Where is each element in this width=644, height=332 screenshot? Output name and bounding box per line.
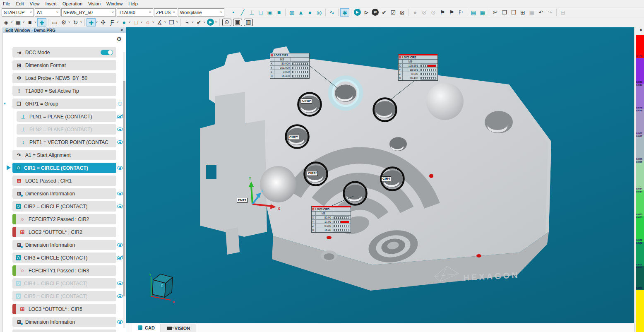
menu-item-file[interactable]: File bbox=[0, 0, 13, 7]
command-item[interactable]: ⊞Dimension Information bbox=[12, 240, 116, 250]
edit-window-header[interactable]: Edit Window - Demo.PRG ✕ bbox=[3, 27, 126, 33]
chevron-down-icon[interactable]: ˅ bbox=[56, 10, 58, 14]
slot-feature-icon[interactable]: ▣ bbox=[265, 8, 274, 17]
hole-plain[interactable] bbox=[389, 137, 407, 151]
execute-mini-icon[interactable]: ▶ bbox=[207, 19, 214, 26]
tab-vision[interactable]: VISION bbox=[161, 324, 196, 332]
dimension-table-loc2[interactable]: ⊞LOC2 CIR2MSX108.991Y88.991Z0.000D16.400 bbox=[398, 54, 438, 81]
circle-tool-icon[interactable]: ○ bbox=[143, 18, 152, 26]
plane-feature-icon[interactable]: ⊥ bbox=[247, 8, 256, 17]
copy-pattern-icon[interactable]: ❐ bbox=[167, 18, 176, 26]
dropdown-caret-icon[interactable]: ˅ bbox=[68, 20, 70, 24]
program-select[interactable]: STARTUP˅ bbox=[2, 8, 34, 17]
eye-icon[interactable] bbox=[117, 319, 123, 325]
gear-icon[interactable]: ⚙ bbox=[116, 36, 122, 42]
paste-icon[interactable]: ❒ bbox=[509, 8, 518, 17]
chevron-down-icon[interactable]: ˅ bbox=[30, 10, 32, 14]
dimension-table-loc3[interactable]: ⊞LOC3 CIR5MSX80.00Y17.00Z0.000D16.40 bbox=[311, 206, 351, 233]
command-item[interactable]: CIR4 = CIRCLE (CONTACT) bbox=[12, 278, 116, 289]
command-item[interactable]: ⊞Dimension Information bbox=[12, 317, 116, 327]
bookmark-icon[interactable]: ⚑ bbox=[438, 8, 447, 17]
menu-item-help[interactable]: Help bbox=[125, 0, 141, 7]
menu-item-view[interactable]: View bbox=[27, 0, 43, 7]
rotate-view-icon[interactable]: ↻ bbox=[71, 18, 80, 26]
menu-item-edit[interactable]: Edit bbox=[13, 0, 27, 7]
path-lines-icon[interactable]: ⌁ bbox=[183, 18, 192, 26]
undo-icon[interactable]: ↶ bbox=[536, 8, 545, 17]
bookmark-remove-icon[interactable]: ⚐ bbox=[456, 8, 465, 17]
cone-feature-icon[interactable]: ▲ bbox=[296, 8, 305, 17]
close-icon[interactable]: ✕ bbox=[120, 28, 123, 32]
circle-feature-icon[interactable]: □ bbox=[256, 8, 265, 17]
probe-readout-icon[interactable]: ▣ bbox=[233, 19, 242, 26]
chevron-down-icon[interactable]: ˅ bbox=[112, 10, 114, 14]
close-icon[interactable]: ✕ bbox=[639, 28, 642, 32]
goto-icon[interactable]: ⊙ bbox=[429, 8, 438, 17]
print-icon[interactable]: ⊟ bbox=[558, 8, 567, 17]
dropdown-caret-icon[interactable]: ˅ bbox=[34, 20, 36, 24]
curve-feature-icon[interactable]: ∿ bbox=[327, 8, 336, 17]
view-axis-select[interactable]: ZPLUS˅ bbox=[154, 8, 177, 17]
command-item[interactable]: CIR2 = CIRCLE (CONTACT) bbox=[12, 201, 116, 212]
eye-icon[interactable] bbox=[117, 242, 123, 248]
dropdown-caret-icon[interactable]: ˅ bbox=[11, 20, 13, 24]
feature-gray-icon[interactable]: ● bbox=[411, 8, 420, 17]
dropdown-caret-icon[interactable]: ˅ bbox=[117, 20, 119, 24]
command-item[interactable]: ⊥PLN2 = PLANE (CONTACT) bbox=[17, 124, 116, 135]
feature-label-cir6[interactable]: CIR6* bbox=[307, 171, 318, 176]
menu-item-vision[interactable]: Vision bbox=[85, 0, 103, 7]
command-item[interactable]: CIR5 = CIRCLE (CONTACT) bbox=[12, 291, 116, 301]
auto-feature-icon[interactable]: ✱ bbox=[340, 8, 349, 17]
command-item[interactable]: ⊞Dimension Format bbox=[12, 60, 116, 70]
command-item[interactable]: !T1A0B0 = Set Active Tip bbox=[12, 86, 116, 96]
menu-item-operation[interactable]: Operation bbox=[60, 0, 85, 7]
report-list-icon[interactable]: ▤ bbox=[469, 8, 478, 17]
copy-icon[interactable]: ❐ bbox=[500, 8, 509, 17]
eye-icon[interactable] bbox=[117, 294, 123, 299]
eye-icon[interactable] bbox=[117, 191, 123, 196]
command-item[interactable]: ○FCFCIRTY2 Passed : CIR2 bbox=[16, 214, 116, 224]
chevron-down-icon[interactable]: ˅ bbox=[173, 10, 175, 14]
dropdown-caret-icon[interactable]: ˅ bbox=[176, 20, 178, 24]
command-item[interactable]: ○FCFCIRTY1 Passed : CIR3 bbox=[16, 265, 116, 276]
square-feature-icon[interactable]: ■ bbox=[274, 8, 284, 17]
circle-visibility-icon[interactable] bbox=[117, 101, 123, 106]
alignment-select[interactable]: A1˅ bbox=[35, 8, 60, 17]
command-item[interactable]: ❒GRP1 = Group bbox=[12, 99, 116, 109]
feature-set-icon[interactable]: Ƒ bbox=[108, 18, 117, 26]
feature-disabled-icon[interactable]: ⊘ bbox=[420, 8, 429, 17]
hole-top-right[interactable] bbox=[373, 98, 396, 121]
sphere-tool-icon[interactable]: ● bbox=[120, 18, 129, 26]
command-item[interactable]: ⇥DCC Mode bbox=[12, 47, 116, 58]
hole-cir8[interactable] bbox=[298, 93, 321, 115]
cylinder-feature-icon[interactable]: ◍ bbox=[287, 8, 296, 17]
command-item[interactable]: CIR1 = CIRCLE (CONTACT) bbox=[12, 163, 116, 173]
graph-icon[interactable]: ∡ bbox=[155, 18, 164, 26]
eye-slash-icon[interactable] bbox=[117, 114, 123, 119]
scrollbar-thumb[interactable] bbox=[123, 81, 125, 296]
tip-select[interactable]: T1A0B0˅ bbox=[117, 8, 153, 17]
hole-cir5[interactable] bbox=[344, 182, 366, 204]
execute-icon[interactable]: ▶ bbox=[354, 9, 361, 16]
cad-viewport[interactable]: HEXAGON Y X bbox=[126, 27, 634, 323]
feature-label-cir7[interactable]: CIR7* bbox=[288, 135, 299, 140]
command-item[interactable]: ⊞LOC1 Passed : CIR1 bbox=[12, 176, 116, 186]
command-item[interactable]: ΦLoad Probe - NEW5_BY_50 bbox=[12, 73, 116, 83]
mark-icon[interactable]: ✔ bbox=[380, 8, 389, 17]
command-item[interactable]: CIR3 = CIRCLE (CONTACT) bbox=[12, 253, 116, 263]
comment-icon[interactable]: ▭ bbox=[50, 18, 59, 26]
eye-icon[interactable] bbox=[117, 281, 123, 286]
loop-icon[interactable]: ⇄ bbox=[372, 9, 379, 16]
solid-view-icon[interactable]: ■ bbox=[25, 18, 34, 26]
eye-slash-icon[interactable] bbox=[117, 255, 123, 260]
command-item[interactable]: ↷A1 = Start Alignment bbox=[12, 150, 116, 160]
paste-special-icon[interactable]: ⊞ bbox=[518, 8, 527, 17]
line-feature-icon[interactable]: ╱ bbox=[238, 8, 247, 17]
wireframe-view-icon[interactable]: ▦ bbox=[14, 18, 23, 26]
command-item[interactable]: CIR6 = CIRCLE (CONTACT) bbox=[12, 330, 116, 332]
dropdown-caret-icon[interactable]: ˅ bbox=[140, 20, 142, 24]
analysis-window-icon[interactable]: ▥ bbox=[244, 19, 253, 26]
dropdown-caret-icon[interactable]: ˅ bbox=[80, 20, 82, 24]
clear-marks-icon[interactable]: ⊠ bbox=[398, 8, 407, 17]
feature-label-cir4[interactable]: CIR4 bbox=[381, 176, 391, 181]
